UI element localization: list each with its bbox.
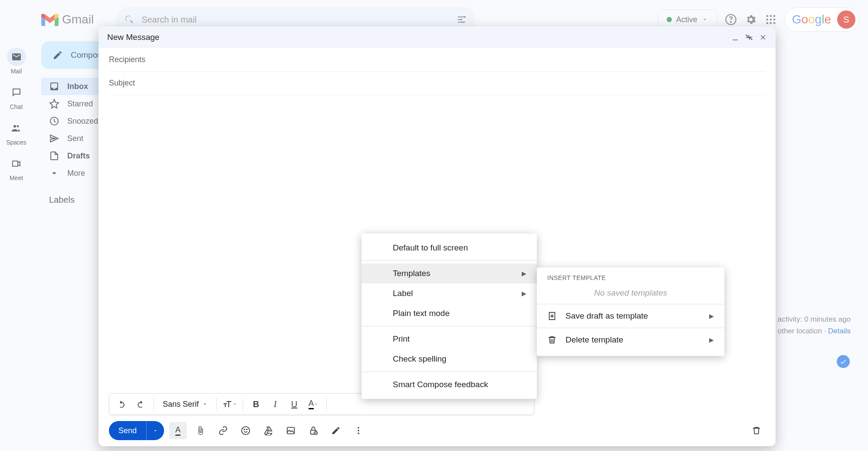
insert-photo-button[interactable] [282, 422, 299, 439]
insert-signature-button[interactable] [327, 422, 345, 439]
menu-label[interactable]: Label▶ [362, 283, 537, 303]
svg-point-18 [244, 429, 245, 430]
format-toggle-button[interactable]: A [169, 422, 187, 439]
svg-point-24 [358, 430, 359, 431]
recipients-field[interactable]: Recipients [109, 48, 765, 72]
insert-emoji-button[interactable] [237, 422, 254, 439]
send-button[interactable]: Send [109, 421, 164, 440]
close-icon[interactable] [759, 33, 767, 41]
templates-empty-text: No saved templates [537, 286, 724, 304]
menu-default-fullscreen[interactable]: Default to full screen [362, 238, 537, 258]
menu-check-spelling[interactable]: Check spelling [362, 349, 537, 369]
undo-button[interactable] [114, 396, 129, 412]
menu-templates[interactable]: Templates▶ [362, 263, 537, 283]
delete-template[interactable]: Delete template▶ [537, 328, 724, 352]
menu-plain-text[interactable]: Plain text mode [362, 303, 537, 323]
bold-button[interactable]: B [248, 396, 264, 412]
compose-title: New Message [107, 33, 159, 42]
save-template-icon [547, 311, 557, 321]
save-draft-as-template[interactable]: Save draft as template▶ [537, 304, 724, 328]
templates-insert-header: INSERT TEMPLATE [537, 272, 724, 286]
underline-button[interactable]: U [286, 396, 302, 412]
svg-point-25 [358, 433, 359, 435]
attach-file-button[interactable] [192, 422, 209, 439]
menu-print[interactable]: Print [362, 329, 537, 349]
more-options-button[interactable] [350, 422, 367, 439]
compose-action-bar: Send A [99, 415, 776, 446]
discard-draft-button[interactable] [748, 422, 765, 439]
text-color-button[interactable]: A [306, 396, 321, 412]
chevron-right-icon: ▶ [709, 313, 714, 319]
insert-drive-button[interactable] [260, 422, 277, 439]
svg-point-19 [247, 429, 247, 430]
menu-smart-compose-feedback[interactable]: Smart Compose feedback [362, 375, 537, 395]
chevron-right-icon: ▶ [522, 290, 526, 297]
more-options-menu: Default to full screen Templates▶ Label▶… [362, 234, 537, 399]
send-label: Send [109, 426, 146, 435]
send-more-button[interactable] [146, 421, 164, 440]
font-size-button[interactable] [222, 396, 237, 412]
svg-point-17 [242, 427, 250, 435]
chevron-right-icon: ▶ [709, 336, 714, 343]
chevron-right-icon: ▶ [522, 270, 526, 277]
confidential-mode-button[interactable] [305, 422, 322, 439]
redo-button[interactable] [133, 396, 148, 412]
insert-link-button[interactable] [214, 422, 232, 439]
svg-point-23 [358, 427, 359, 429]
templates-submenu: INSERT TEMPLATE No saved templates Save … [537, 267, 724, 356]
minimize-icon[interactable] [731, 33, 739, 41]
fullscreen-exit-icon[interactable] [745, 33, 753, 41]
delete-template-icon [547, 335, 557, 345]
italic-button[interactable]: I [267, 396, 283, 412]
subject-field[interactable]: Subject [109, 72, 765, 95]
compose-header: New Message [99, 26, 776, 48]
font-family-select[interactable]: Sans Serif [159, 400, 211, 409]
